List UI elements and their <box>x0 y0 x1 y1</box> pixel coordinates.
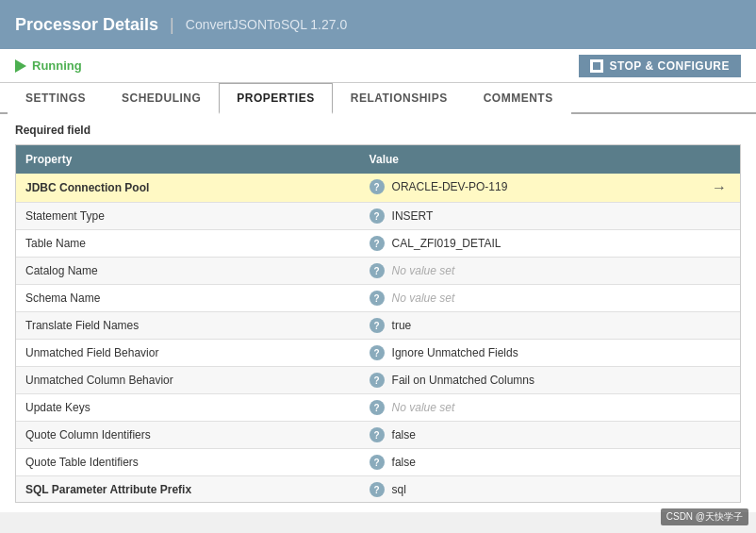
action-cell <box>702 312 740 340</box>
table-row[interactable]: Statement Type?INSERT <box>16 203 740 230</box>
value-cell: ?No value set <box>360 285 702 311</box>
action-cell <box>702 230 740 258</box>
action-cell: → <box>702 174 740 203</box>
table-row[interactable]: SQL Parameter Attribute Prefix?sql <box>16 476 740 504</box>
property-cell: Translate Field Names <box>16 312 360 340</box>
table-row[interactable]: Catalog Name?No value set <box>16 258 740 285</box>
property-cell: Statement Type <box>16 203 360 230</box>
property-cell: Unmatched Field Behavior <box>16 340 360 367</box>
table-row[interactable]: Unmatched Field Behavior?Ignore Unmatche… <box>16 340 740 367</box>
action-cell <box>702 258 740 285</box>
help-icon[interactable]: ? <box>370 345 385 360</box>
main-content: Required field Property Value JDBC Conne… <box>0 114 756 512</box>
help-icon[interactable]: ? <box>370 318 385 333</box>
status-bar: Running STOP & CONFIGURE <box>0 49 756 83</box>
table-row[interactable]: Schema Name?No value set <box>16 285 740 312</box>
page-title: Processor Details <box>15 15 158 35</box>
property-cell: JDBC Connection Pool <box>16 174 360 203</box>
action-cell <box>702 203 740 230</box>
value-cell: ?INSERT <box>360 203 702 229</box>
property-cell: Table Name <box>16 230 360 258</box>
property-value: sql <box>392 483 406 496</box>
play-icon <box>15 59 26 73</box>
header-subtitle: ConvertJSONToSQL 1.27.0 <box>186 17 347 32</box>
tabs-container: SETTINGSSCHEDULINGPROPERTIESRELATIONSHIP… <box>0 83 756 114</box>
help-icon[interactable]: ? <box>370 263 385 278</box>
property-cell: Quote Column Identifiers <box>16 422 360 449</box>
property-value: No value set <box>392 264 455 277</box>
property-value: Fail on Unmatched Columns <box>392 374 534 387</box>
property-value: INSERT <box>392 209 434 223</box>
required-field-label: Required field <box>15 124 741 137</box>
tab-relationships[interactable]: RELATIONSHIPS <box>333 83 466 114</box>
property-value: false <box>392 456 416 469</box>
properties-table-container[interactable]: Property Value JDBC Connection Pool?ORAC… <box>15 144 741 503</box>
value-cell: ?false <box>360 422 702 448</box>
table-row[interactable]: Unmatched Column Behavior?Fail on Unmatc… <box>16 367 740 394</box>
value-cell: ?sql <box>360 476 702 503</box>
table-row[interactable]: Table Name?CAL_ZFI019_DETAIL <box>16 230 740 258</box>
status-label: Running <box>32 58 82 73</box>
help-icon[interactable]: ? <box>370 236 385 251</box>
table-header-row: Property Value <box>16 145 740 174</box>
stop-configure-label: STOP & CONFIGURE <box>609 59 730 73</box>
value-cell: ?Ignore Unmatched Fields <box>360 340 702 366</box>
column-header-value: Value <box>360 145 702 174</box>
stop-icon <box>590 59 603 73</box>
value-cell: ?No value set <box>360 394 702 421</box>
property-value: Ignore Unmatched Fields <box>392 346 518 359</box>
property-value: No value set <box>392 401 455 414</box>
tab-properties[interactable]: PROPERTIES <box>219 83 332 114</box>
property-cell: Schema Name <box>16 285 360 312</box>
header-divider: | <box>170 15 174 35</box>
help-icon[interactable]: ? <box>370 482 385 497</box>
property-cell: Quote Table Identifiers <box>16 449 360 476</box>
header: Processor Details | ConvertJSONToSQL 1.2… <box>0 0 756 49</box>
help-icon[interactable]: ? <box>370 427 385 442</box>
action-cell <box>702 285 740 312</box>
help-icon[interactable]: ? <box>370 400 385 415</box>
property-value: true <box>392 319 412 332</box>
table-row[interactable]: JDBC Connection Pool?ORACLE-DEV-PO-119→ <box>16 174 740 203</box>
property-cell: Unmatched Column Behavior <box>16 367 360 394</box>
help-icon[interactable]: ? <box>370 455 385 470</box>
property-value: No value set <box>392 291 455 305</box>
column-header-property: Property <box>16 145 360 174</box>
help-icon[interactable]: ? <box>370 208 385 224</box>
value-cell: ?No value set <box>360 258 702 284</box>
value-cell: ?CAL_ZFI019_DETAIL <box>360 230 702 257</box>
property-value: ORACLE-DEV-PO-119 <box>392 180 508 193</box>
tab-scheduling[interactable]: SCHEDULING <box>104 83 219 114</box>
property-cell: Catalog Name <box>16 258 360 285</box>
table-row[interactable]: Translate Field Names?true <box>16 312 740 340</box>
action-cell <box>702 340 740 367</box>
help-icon[interactable]: ? <box>370 179 385 194</box>
action-cell <box>702 449 740 476</box>
value-cell: ?Fail on Unmatched Columns <box>360 367 702 393</box>
arrow-icon[interactable]: → <box>712 179 727 195</box>
stop-configure-button[interactable]: STOP & CONFIGURE <box>579 55 741 77</box>
tab-settings[interactable]: SETTINGS <box>8 83 104 114</box>
running-status: Running <box>15 58 82 73</box>
value-cell: ?true <box>360 312 702 339</box>
help-icon[interactable]: ? <box>370 291 385 306</box>
action-cell <box>702 394 740 422</box>
table-row[interactable]: Quote Table Identifiers?false <box>16 449 740 476</box>
value-cell: ?ORACLE-DEV-PO-119 <box>360 174 702 200</box>
property-cell: SQL Parameter Attribute Prefix <box>16 476 360 504</box>
property-value: CAL_ZFI019_DETAIL <box>392 237 501 250</box>
action-cell <box>702 476 740 504</box>
help-icon[interactable]: ? <box>370 373 385 388</box>
column-header-action <box>702 145 740 174</box>
value-cell: ?false <box>360 449 702 475</box>
action-cell <box>702 422 740 449</box>
table-row[interactable]: Quote Column Identifiers?false <box>16 422 740 449</box>
table-row[interactable]: Update Keys?No value set <box>16 394 740 422</box>
properties-table: Property Value JDBC Connection Pool?ORAC… <box>16 145 740 503</box>
property-cell: Update Keys <box>16 394 360 422</box>
watermark: CSDN @天快学子 <box>661 508 748 525</box>
tab-comments[interactable]: COMMENTS <box>466 83 571 114</box>
property-value: false <box>392 428 416 441</box>
action-cell <box>702 367 740 394</box>
